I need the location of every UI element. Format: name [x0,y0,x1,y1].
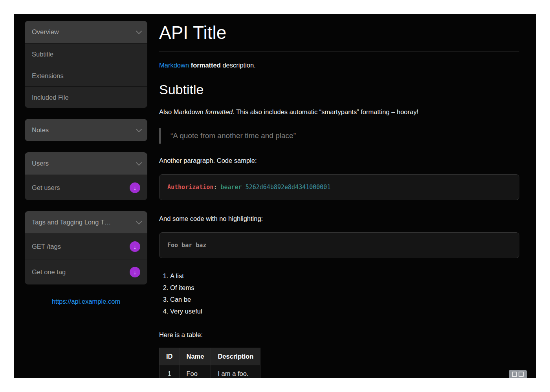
data-table: ID Name Description 1 Foo I am a foo. [159,348,260,378]
table-label: Here is a table: [159,330,519,340]
host-link[interactable]: https://api.example.com [25,298,147,305]
intro-rest-text: description. [221,62,256,69]
widget-square-icon [512,372,517,377]
download-arrow-icon: ↓ [130,241,140,252]
nav-header-label: Overview [32,28,59,36]
title-divider [159,51,519,51]
chevron-down-icon [136,126,142,133]
list-item: Of items [170,282,519,294]
sidebar: Overview Subtitle Extensions Included Fi… [25,21,147,305]
code-plain-text: Foo bar baz [167,242,206,249]
nav-header-label: Notes [32,126,49,134]
sidebar-item-get-one-tag[interactable]: Get one tag ↓ [25,259,147,284]
nav-header-notes[interactable]: Notes [25,119,147,141]
download-arrow-icon: ↓ [130,267,140,277]
blockquote: “A quote from another time and place” [159,128,519,144]
code-key: Authorization [167,184,213,191]
table-cell-name: Foo [180,365,211,378]
list-item: Can be [170,294,519,305]
chevron-down-icon [136,28,142,35]
table-header-id: ID [160,348,180,365]
second-paragraph: Also Markdown formatted. This also inclu… [159,108,519,117]
code-value: bearer [217,184,242,191]
sidebar-item-label: Included File [32,94,69,101]
widget-square-icon [519,372,524,377]
sidebar-item-label: Subtitle [32,51,53,58]
sidebar-item-get-users[interactable]: Get users ↓ [25,175,147,200]
italic-text: formatted [205,108,233,115]
sidebar-item-subtitle[interactable]: Subtitle [25,43,147,65]
main-content: API Title Markdown formatted description… [159,14,519,378]
table-cell-id: 1 [160,365,180,378]
list-item: Very useful [170,305,519,317]
sidebar-item-label: Extensions [32,72,64,80]
no-highlight-label: And some code with no highlighting: [159,214,519,224]
table-header-name: Name [180,348,211,365]
table-row: 1 Foo I am a foo. [160,365,260,378]
nav-group-users: Users Get users ↓ [25,152,147,200]
ordered-list: A list Of items Can be Very useful [159,270,519,317]
corner-widget-icon[interactable] [509,370,527,378]
table-header-row: ID Name Description [160,348,260,365]
table-header-description: Description [211,348,260,365]
chevron-down-icon [136,219,142,225]
intro-bold-text: formatted [189,62,221,69]
chevron-down-icon [136,160,142,166]
markdown-link[interactable]: Markdown [159,62,189,69]
sidebar-item-included-file[interactable]: Included File [25,86,147,108]
sidebar-item-label: Get users [32,184,60,191]
nav-group-tags: Tags and Tagging Long T… GET /tags ↓ Get… [25,211,147,284]
table-cell-description: I am a foo. [211,365,260,378]
nav-header-label: Tags and Tagging Long T… [32,219,111,226]
nav-header-overview[interactable]: Overview [25,21,147,43]
list-item: A list [170,270,519,282]
sidebar-item-get-tags[interactable]: GET /tags ↓ [25,233,147,259]
download-arrow-icon: ↓ [130,182,140,193]
code-sample-label: Another paragraph. Code sample: [159,156,519,166]
nav-group-overview: Overview Subtitle Extensions Included Fi… [25,21,147,108]
paragraph-text: Also Markdown [159,108,205,115]
app-window: Overview Subtitle Extensions Included Fi… [14,14,536,378]
nav-header-label: Users [32,160,49,167]
nav-header-tags[interactable]: Tags and Tagging Long T… [25,211,147,233]
intro-paragraph: Markdown formatted description. [159,61,519,70]
page-title: API Title [159,22,519,43]
nav-header-users[interactable]: Users [25,152,147,175]
subtitle-heading: Subtitle [159,82,519,97]
code-block-http: Authorization: bearer 5262d64b892e8d4341… [159,174,519,200]
sidebar-item-extensions[interactable]: Extensions [25,65,147,86]
sidebar-item-label: Get one tag [32,268,66,276]
paragraph-text: . This also includes automatic “smartypa… [233,108,418,115]
sidebar-item-label: GET /tags [32,243,61,250]
code-token: 5262d64b892e8d4341000001 [242,184,331,191]
nav-group-notes: Notes [25,119,147,141]
code-block-plain: Foo bar baz [159,232,519,258]
